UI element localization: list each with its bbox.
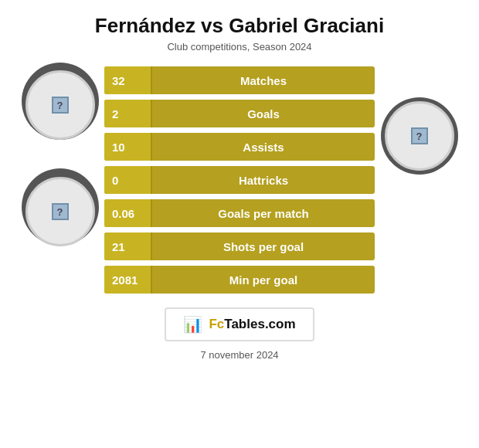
stat-value: 2 — [104, 100, 152, 127]
table-row: 0.06Goals per match — [104, 199, 375, 227]
stat-label: Shots per goal — [152, 240, 375, 253]
table-row: 2Goals — [104, 100, 375, 127]
table-row: 2081Min per goal — [104, 266, 375, 294]
table-row: 10Assists — [104, 133, 375, 161]
table-row: 0Hattricks — [104, 166, 375, 194]
avatar-placeholder-icon: ? — [52, 97, 69, 114]
stat-value: 10 — [104, 133, 152, 161]
page-container: Fernández vs Gabriel Graciani Club compe… — [0, 0, 479, 448]
content-wrapper: ? ? 32Matches2Goals10Assists0Hattricks0.… — [15, 66, 464, 294]
left-avatar-1: ? — [25, 70, 95, 140]
stat-value: 32 — [104, 66, 152, 94]
left-avatar-2: ? — [25, 177, 95, 246]
stat-label: Hattricks — [152, 174, 375, 187]
table-row: 32Matches — [104, 66, 375, 94]
left-avatars: ? ? — [15, 66, 104, 246]
stat-value: 21 — [104, 232, 152, 260]
stat-label: Matches — [152, 74, 375, 87]
bottom-area: 📊 FcTables.com 7 november 2024 — [0, 294, 479, 361]
logo-icon: 📊 — [183, 315, 202, 334]
right-avatars: ? — [375, 66, 464, 171]
avatar-placeholder-icon-2: ? — [52, 203, 69, 220]
stats-table: 32Matches2Goals10Assists0Hattricks0.06Go… — [104, 66, 375, 294]
stat-label: Goals per match — [152, 207, 375, 220]
stat-value: 2081 — [104, 266, 152, 294]
stat-value: 0 — [104, 166, 152, 194]
right-avatar-1: ? — [385, 101, 454, 171]
stat-value: 0.06 — [104, 199, 152, 227]
table-row: 21Shots per goal — [104, 232, 375, 260]
page-subtitle: Club competitions, Season 2024 — [167, 41, 311, 53]
page-title: Fernández vs Gabriel Graciani — [95, 14, 384, 38]
avatar-placeholder-icon-3: ? — [411, 127, 428, 144]
stat-label: Min per goal — [152, 273, 375, 287]
stat-label: Goals — [152, 107, 375, 120]
stat-label: Assists — [152, 141, 375, 154]
logo-text: FcTables.com — [209, 317, 295, 332]
logo-area: 📊 FcTables.com — [165, 307, 314, 341]
date-text: 7 november 2024 — [200, 349, 278, 361]
